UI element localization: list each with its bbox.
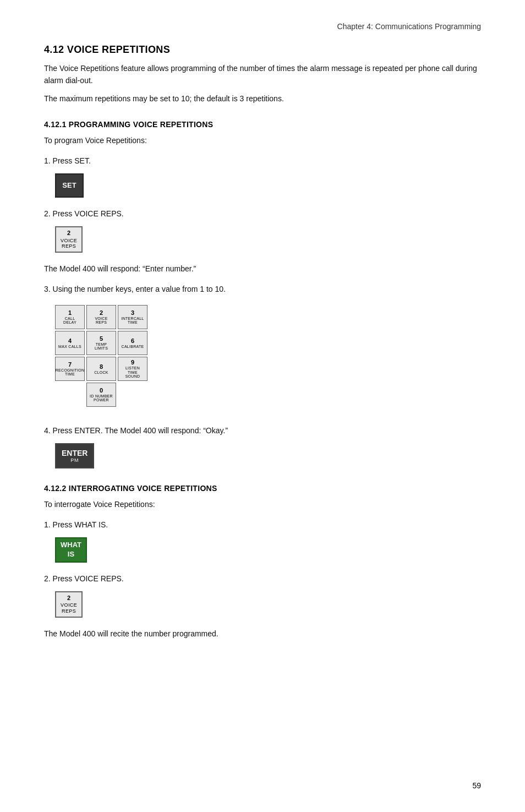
voice-reps-button-container-1: 2 VOICEREPS: [55, 226, 481, 253]
keypad-btn-9[interactable]: 9 LISTEN TIMESOUND: [118, 357, 147, 381]
what-is-button-container: WHAT IS: [55, 537, 481, 563]
step3-text: 3. Using the number keys, enter a value …: [44, 283, 481, 295]
keypad-btn-4[interactable]: 4 MAX CALLS: [55, 331, 85, 355]
subsection2-step1-text: 1. Press WHAT IS.: [44, 519, 481, 531]
chapter-header: Chapter 4: Communications Programming: [44, 22, 481, 31]
keypad-btn-5[interactable]: 5 TEMP LIMITS: [86, 331, 116, 355]
enter-button[interactable]: ENTER PM: [55, 443, 94, 468]
what-is-line1: WHAT: [61, 541, 81, 550]
section-body2: The maximum repetitions may be set to 10…: [44, 92, 481, 105]
voice-reps-label-1: VOICEREPS: [61, 238, 77, 250]
enter-button-label: ENTER: [62, 449, 88, 457]
voice-reps-number-1: 2: [67, 230, 70, 237]
enter-button-sub: PM: [70, 457, 79, 463]
section-body1: The Voice Repetitions feature allows pro…: [44, 62, 481, 87]
keypad-btn-7[interactable]: 7 RECOGNITIONTIME: [55, 357, 85, 381]
step4-text: 4. Press ENTER. The Model 400 will respo…: [44, 424, 481, 437]
keypad-btn-2[interactable]: 2 VOICEREPS: [86, 305, 116, 329]
voice-reps-label-2: VOICEREPS: [61, 602, 77, 614]
keypad-btn-3[interactable]: 3 INTERCALLTIME: [118, 305, 147, 329]
keypad-btn-0[interactable]: 0 ID NUMBERPOWER: [86, 383, 116, 407]
step2-text: 2. Press VOICE REPS.: [44, 208, 481, 220]
chapter-header-text: Chapter 4: Communications Programming: [337, 22, 481, 31]
section-title-text: VOICE REPETITIONS: [67, 44, 170, 55]
set-button[interactable]: SET: [55, 173, 84, 198]
model-respond2: The Model 400 will recite the number pro…: [44, 628, 481, 640]
subsection1-title-text: PROGRAMMING VOICE REPETITIONS: [69, 120, 213, 129]
voice-reps-button-2[interactable]: 2 VOICEREPS: [55, 591, 83, 618]
set-button-label: SET: [62, 181, 76, 190]
keypad-btn-8[interactable]: 8 CLOCK: [86, 357, 116, 381]
enter-button-container: ENTER PM: [55, 443, 481, 468]
subsection1-title: 4.12.1 PROGRAMMING VOICE REPETITIONS: [44, 120, 481, 129]
subsection2-step2-text: 2. Press VOICE REPS.: [44, 573, 481, 585]
subsection2-title-text: INTERROGATING VOICE REPETITIONS: [69, 484, 217, 493]
subsection2-title: 4.12.2 INTERROGATING VOICE REPETITIONS: [44, 484, 481, 493]
section-title: 4.12 VOICE REPETITIONS: [44, 44, 481, 56]
section-number: 4.12: [44, 44, 64, 55]
keypad-btn-1[interactable]: 1 CALLDELAY: [55, 305, 85, 329]
voice-reps-button-container-2: 2 VOICEREPS: [55, 591, 481, 618]
set-button-container: SET: [55, 173, 481, 198]
keypad-btn-6[interactable]: 6 CALIBRATE: [118, 331, 147, 355]
step1-text: 1. Press SET.: [44, 155, 481, 167]
page-number: 59: [472, 781, 481, 790]
subsection2-number: 4.12.2: [44, 484, 67, 493]
subsection1-number: 4.12.1: [44, 120, 67, 129]
voice-reps-button-1[interactable]: 2 VOICEREPS: [55, 226, 83, 253]
subsection1-intro: To program Voice Repetitions:: [44, 134, 481, 146]
page: Chapter 4: Communications Programming 4.…: [0, 0, 525, 812]
voice-reps-number-2: 2: [67, 595, 70, 602]
what-is-line2: IS: [68, 550, 74, 559]
subsection2-intro: To interrogate Voice Repetitions:: [44, 498, 481, 510]
keypad-grid: 1 CALLDELAY 2 VOICEREPS 3 INTERCALLTIME …: [55, 305, 147, 407]
model-respond1: The Model 400 will respond: “Enter numbe…: [44, 263, 481, 275]
what-is-button[interactable]: WHAT IS: [55, 537, 87, 563]
